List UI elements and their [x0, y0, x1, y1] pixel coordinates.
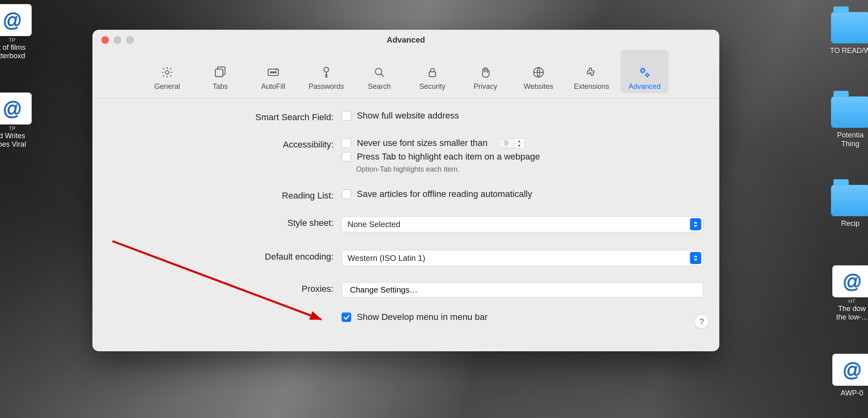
chevron-updown-icon	[690, 218, 701, 230]
checkbox-icon	[342, 138, 351, 148]
desktop-label: tterboxd	[0, 52, 40, 61]
min-font-size-checkbox[interactable]: Never use font sizes smaller than	[342, 138, 487, 148]
desktop-label: t of films	[0, 43, 40, 52]
tab-label: Advanced	[628, 82, 661, 91]
checkbox-label: Press Tab to highlight each item on a we…	[357, 152, 540, 162]
chevron-updown-icon	[690, 252, 701, 264]
desktop-webloc[interactable]: @ HT The dow the low-...	[824, 265, 868, 322]
svg-point-4	[272, 72, 274, 73]
tab-security[interactable]: Security	[408, 50, 457, 93]
tab-tabs[interactable]: Tabs	[196, 50, 244, 93]
press-tab-checkbox[interactable]: Press Tab to highlight each item on a we…	[342, 152, 703, 162]
file-ext: TP	[0, 125, 40, 132]
lock-icon	[426, 66, 439, 79]
gear-icon	[160, 66, 174, 79]
svg-point-6	[324, 67, 329, 72]
reading-list-label: Reading List:	[108, 189, 334, 201]
show-develop-menu-checkbox[interactable]: Show Develop menu in menu bar	[342, 312, 703, 322]
svg-point-10	[641, 69, 644, 72]
button-label: Change Settings…	[350, 285, 418, 295]
at-icon: @	[832, 354, 868, 386]
tab-websites[interactable]: Websites	[514, 50, 563, 93]
desktop-label: Potentia	[822, 131, 868, 140]
desktop-label: the low-...	[824, 313, 868, 322]
desktop-label: AWP-0	[824, 389, 868, 398]
tab-extensions[interactable]: Extensions	[567, 50, 616, 93]
desktop-label: d Writes	[0, 132, 40, 141]
popup-value: None Selected	[348, 220, 400, 229]
tab-privacy[interactable]: Privacy	[461, 50, 510, 93]
search-icon	[373, 66, 386, 79]
desktop-label: TO READ/W	[822, 47, 868, 55]
min-font-size-stepper[interactable]: 9 ▲▼	[498, 138, 525, 148]
style-sheet-label: Style sheet:	[108, 216, 334, 228]
tab-label: Search	[368, 82, 391, 91]
tab-advanced[interactable]: Advanced	[620, 50, 669, 93]
tab-general[interactable]: General	[143, 50, 191, 93]
accessibility-note: Option-Tab highlights each item.	[342, 165, 703, 174]
checkbox-label: Show Develop menu in menu bar	[357, 312, 487, 322]
gears-icon	[638, 66, 651, 79]
stepper-value: 9	[498, 138, 514, 148]
svg-point-0	[166, 71, 169, 74]
checkbox-icon	[342, 189, 351, 199]
style-sheet-popup[interactable]: None Selected	[342, 216, 703, 232]
at-icon: @	[832, 265, 868, 297]
tabs-icon	[213, 66, 227, 79]
desktop-webloc[interactable]: @ TP t of films tterboxd	[0, 4, 40, 61]
checkbox-label: Never use font sizes smaller than	[357, 138, 487, 148]
file-ext: TP	[0, 37, 40, 43]
show-full-address-checkbox[interactable]: Show full website address	[342, 111, 703, 121]
tab-passwords[interactable]: Passwords	[302, 50, 350, 93]
accessibility-label: Accessibility:	[108, 138, 334, 150]
desktop-label: Recip	[822, 219, 868, 228]
at-icon: @	[0, 4, 32, 36]
desktop-folder[interactable]: Potentia Thing	[822, 96, 868, 148]
hand-icon	[479, 66, 492, 79]
checkbox-label: Show full website address	[357, 111, 459, 121]
folder-icon	[831, 185, 868, 216]
svg-rect-8	[429, 72, 436, 77]
tab-label: Passwords	[309, 82, 344, 91]
help-button[interactable]: ?	[694, 314, 709, 329]
svg-point-11	[646, 74, 648, 76]
tab-label: Websites	[524, 82, 553, 91]
window-title: Advanced	[92, 35, 719, 45]
preferences-body: Smart Search Field: Show full website ad…	[92, 98, 719, 338]
popup-value: Western (ISO Latin 1)	[348, 254, 425, 263]
proxies-label: Proxies:	[108, 282, 334, 294]
tab-search[interactable]: Search	[355, 50, 403, 93]
desktop-label: oes Viral	[0, 140, 40, 149]
preferences-toolbar: General Tabs AutoFill Passwords Search	[92, 50, 719, 98]
checkbox-icon	[342, 152, 351, 162]
tab-autofill[interactable]: AutoFill	[249, 50, 297, 93]
desktop-label: The dow	[824, 305, 868, 314]
tab-label: Tabs	[213, 82, 228, 91]
desktop-folder[interactable]: Recip	[822, 185, 868, 228]
default-encoding-label: Default encoding:	[108, 250, 334, 262]
smart-search-label: Smart Search Field:	[108, 111, 334, 123]
stepper-arrows[interactable]: ▲▼	[514, 138, 525, 148]
safari-preferences-window: Advanced General Tabs AutoFill Password	[92, 30, 719, 351]
tab-label: Security	[419, 82, 445, 91]
folder-icon	[831, 12, 868, 43]
tab-label: Extensions	[574, 82, 609, 91]
file-ext: HT	[824, 298, 868, 305]
desktop-label: Thing	[822, 140, 868, 149]
desktop-webloc[interactable]: @ AWP-0	[824, 354, 868, 398]
default-encoding-popup[interactable]: Western (ISO Latin 1)	[342, 250, 703, 266]
folder-icon	[831, 96, 868, 128]
save-offline-checkbox[interactable]: Save articles for offline reading automa…	[342, 189, 703, 199]
svg-rect-1	[215, 69, 223, 77]
desktop-webloc[interactable]: @ TP d Writes oes Viral	[0, 92, 40, 149]
checkbox-icon	[342, 312, 351, 322]
desktop-folder[interactable]: TO READ/W	[822, 12, 868, 55]
tab-label: AutoFill	[261, 82, 285, 91]
at-icon: @	[0, 92, 32, 125]
change-proxy-settings-button[interactable]: Change Settings…	[342, 282, 703, 297]
svg-point-7	[375, 68, 382, 75]
key-icon	[319, 66, 333, 79]
puzzle-icon	[585, 66, 598, 79]
window-titlebar[interactable]: Advanced	[92, 30, 719, 50]
autofill-icon	[266, 66, 280, 79]
